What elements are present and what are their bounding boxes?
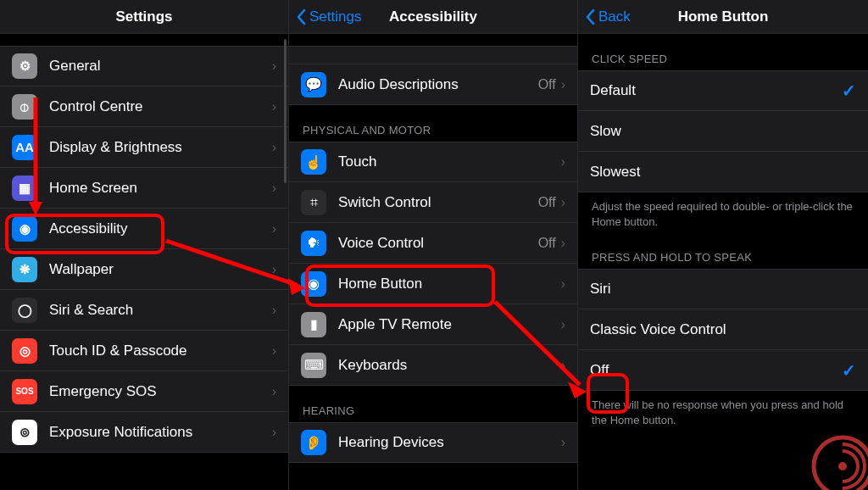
exposure-icon: ⊚: [12, 420, 37, 445]
top-list: 💬 Audio Descriptions Off ›: [289, 46, 577, 105]
chevron-right-icon: ›: [272, 221, 276, 237]
row-label: General: [49, 58, 272, 75]
chevron-right-icon: ›: [561, 276, 565, 292]
option-label: Off: [590, 362, 842, 379]
row-label: Siri & Search: [49, 302, 272, 319]
option-default[interactable]: Default✓: [578, 70, 868, 111]
row-home-screen[interactable]: ▦Home Screen›: [0, 168, 288, 209]
settings-list: ⚙General›⦶Control Centre›AADisplay & Bri…: [0, 46, 288, 453]
row-label: Home Screen: [49, 180, 272, 197]
chevron-right-icon: ›: [272, 262, 276, 277]
row-label: Switch Control: [338, 194, 538, 211]
home-button-pane: Back Home Button CLICK SPEED Default✓Slo…: [578, 0, 868, 490]
voice-icon: 🗣: [301, 231, 326, 256]
settings-pane: Settings ⚙General›⦶Control Centre›AADisp…: [0, 0, 289, 490]
chevron-right-icon: ›: [272, 58, 276, 74]
row-label: Touch: [338, 153, 561, 170]
physical-motor-list: ☝Touch›⌗Switch ControlOff›🗣Voice Control…: [289, 142, 577, 386]
page-title: Accessibility: [389, 8, 477, 25]
row-label: Display & Brightness: [49, 139, 272, 156]
watermark-icon: [809, 432, 868, 490]
row-accessibility[interactable]: ◉Accessibility›: [0, 209, 288, 249]
row-value: Off: [538, 77, 556, 92]
chevron-right-icon: ›: [561, 358, 565, 373]
row-label: Hearing Devices: [338, 434, 561, 451]
back-label: Settings: [309, 8, 361, 25]
row-emergency-sos[interactable]: SOSEmergency SOS›: [0, 371, 288, 412]
row-voice-control[interactable]: 🗣Voice ControlOff›: [289, 223, 577, 264]
navbar: Settings: [0, 0, 288, 34]
option-slow[interactable]: Slow: [578, 111, 868, 152]
accessibility-pane: Settings Accessibility 💬 Audio Descripti…: [289, 0, 578, 490]
chevron-right-icon: ›: [272, 140, 276, 155]
row-label: Audio Descriptions: [338, 76, 538, 93]
navbar: Settings Accessibility: [289, 0, 577, 34]
option-classic-voice-control[interactable]: Classic Voice Control: [578, 309, 868, 350]
gear-icon: ⚙: [12, 53, 37, 79]
speech-icon: 💬: [301, 72, 326, 97]
section-header-hearing: HEARING: [289, 386, 577, 422]
row-keyboards[interactable]: ⌨Keyboards›: [289, 345, 577, 386]
row-value: Off: [538, 236, 556, 251]
aa-icon: AA: [12, 135, 37, 160]
back-button[interactable]: Back: [585, 0, 631, 33]
switch-icon: ⌗: [301, 190, 326, 215]
row-apple-tv-remote[interactable]: ▮Apple TV Remote›: [289, 304, 577, 345]
row-label: Home Button: [338, 276, 561, 292]
row-general[interactable]: ⚙General›: [0, 46, 288, 86]
chevron-right-icon: ›: [561, 317, 565, 332]
row-wallpaper[interactable]: ❋Wallpaper›: [0, 249, 288, 290]
row-label: Wallpaper: [49, 261, 272, 278]
section-footer-click-speed: Adjust the speed required to double- or …: [578, 192, 868, 232]
checkmark-icon: ✓: [842, 360, 856, 381]
row-audio-descriptions[interactable]: 💬 Audio Descriptions Off ›: [289, 64, 577, 105]
row-touch-id-passcode[interactable]: ◎Touch ID & Passcode›: [0, 331, 288, 371]
option-label: Classic Voice Control: [590, 321, 856, 338]
chevron-right-icon: ›: [561, 236, 565, 251]
row-siri-search[interactable]: ◯Siri & Search›: [0, 290, 288, 331]
grid-icon: ▦: [12, 175, 37, 201]
row-touch[interactable]: ☝Touch›: [289, 142, 577, 182]
keyboard-icon: ⌨: [301, 353, 326, 378]
row-label: Apple TV Remote: [338, 316, 561, 333]
chevron-right-icon: ›: [561, 154, 565, 170]
chevron-right-icon: ›: [561, 77, 565, 92]
page-title: Settings: [115, 8, 172, 25]
option-siri[interactable]: Siri: [578, 269, 868, 309]
row-switch-control[interactable]: ⌗Switch ControlOff›: [289, 182, 577, 223]
sliders-icon: ⦶: [12, 94, 37, 120]
chevron-right-icon: ›: [561, 195, 565, 210]
chevron-right-icon: ›: [272, 384, 276, 399]
back-label: Back: [598, 8, 631, 25]
flower-icon: ❋: [12, 257, 37, 282]
row-label: Keyboards: [338, 357, 561, 374]
chevron-right-icon: ›: [272, 99, 276, 114]
option-label: Slowest: [590, 164, 856, 181]
row-exposure-notifications[interactable]: ⊚Exposure Notifications›: [0, 412, 288, 453]
section-footer-press-hold: There will be no response when you press…: [578, 391, 868, 431]
row-hearing-devices[interactable]: 👂Hearing Devices›: [289, 422, 577, 463]
option-slowest[interactable]: Slowest: [578, 152, 868, 192]
page-title: Home Button: [678, 8, 769, 25]
scrollbar[interactable]: [284, 39, 287, 183]
click-speed-list: Default✓SlowSlowest: [578, 70, 868, 192]
back-button[interactable]: Settings: [296, 0, 361, 33]
row-label: Control Centre: [49, 98, 272, 115]
row-label: Exposure Notifications: [49, 424, 272, 441]
option-label: Default: [590, 82, 842, 99]
section-header-press-hold: PRESS AND HOLD TO SPEAK: [578, 232, 868, 269]
siri-icon: ◯: [12, 298, 37, 323]
option-off[interactable]: Off✓: [578, 350, 868, 391]
row-control-centre[interactable]: ⦶Control Centre›: [0, 86, 288, 127]
row-display-brightness[interactable]: AADisplay & Brightness›: [0, 127, 288, 168]
chevron-right-icon: ›: [272, 303, 276, 318]
row-home-button[interactable]: ◉Home Button›: [289, 264, 577, 304]
section-header-click-speed: CLICK SPEED: [578, 34, 868, 70]
sos-icon: SOS: [12, 379, 37, 404]
chevron-right-icon: ›: [561, 435, 565, 450]
home-icon: ◉: [301, 271, 326, 297]
row-label: Emergency SOS: [49, 383, 272, 400]
ear-icon: 👂: [301, 430, 326, 455]
svg-point-7: [838, 462, 847, 471]
touch-icon: ☝: [301, 149, 326, 175]
